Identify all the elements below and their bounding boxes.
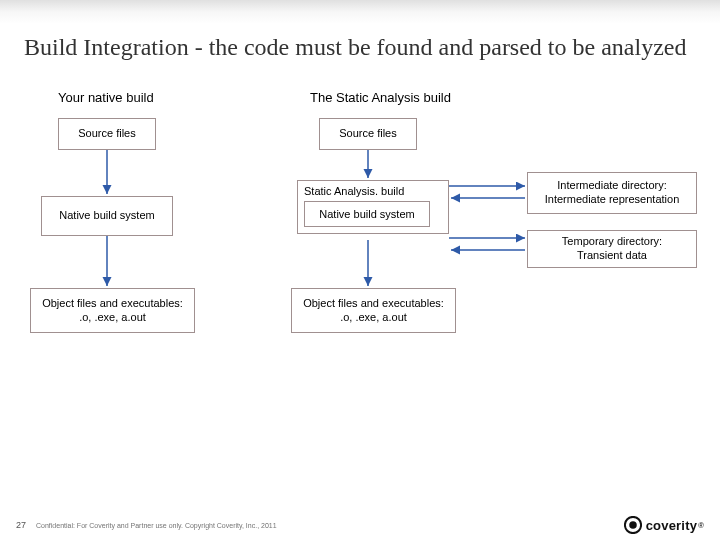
sa-inner-build-box: Native build system [304,201,430,227]
sa-wrapper-box: Static Analysis. build Native build syst… [297,180,449,234]
sa-output-box: Object files and executables: .o, .exe, … [291,288,456,333]
sa-wrapper-label: Static Analysis. build [304,185,442,197]
sa-source-box: Source files [319,118,417,150]
native-output-box: Object files and executables: .o, .exe, … [30,288,195,333]
registered-mark: ® [698,521,704,530]
svg-point-9 [629,521,637,529]
header-gradient [0,0,720,24]
slide-title: Build Integration - the code must be fou… [0,24,720,68]
brand-logo: coverity ® [624,516,704,534]
native-heading: Your native build [58,90,154,105]
intermediate-dir-box: Intermediate directory: Intermediate rep… [527,172,697,214]
diagram-canvas: Your native build Source files Native bu… [0,90,720,490]
confidential-text: Confidential: For Coverity and Partner u… [36,522,277,529]
temporary-dir-box: Temporary directory: Transient data [527,230,697,268]
footer: 27 Confidential: For Coverity and Partne… [0,510,720,540]
native-source-box: Source files [58,118,156,150]
coverity-logo-icon [624,516,642,534]
page-number: 27 [16,520,26,530]
native-build-box: Native build system [41,196,173,236]
brand-name: coverity [646,518,697,533]
sa-heading: The Static Analysis build [310,90,451,105]
